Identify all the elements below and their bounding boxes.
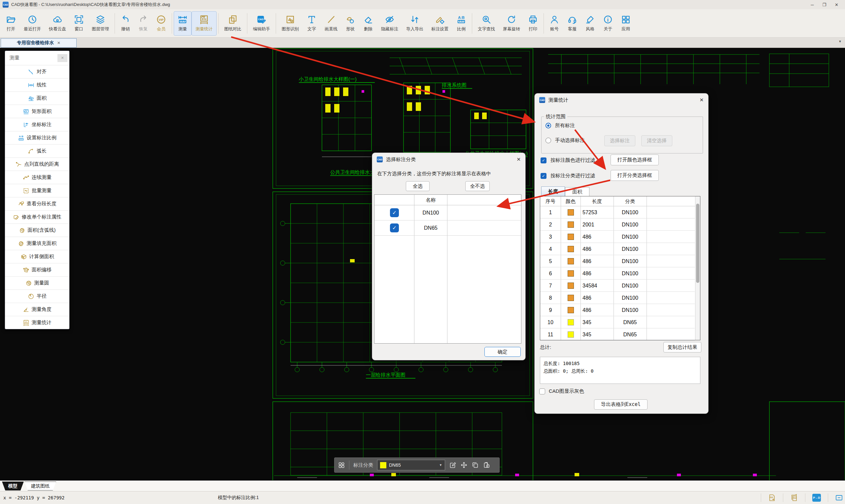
radio-selected-icon[interactable]: [546, 123, 551, 128]
scope-manual-option[interactable]: 手动选择标注: [546, 137, 585, 144]
table-row[interactable]: 3486DN100: [540, 231, 695, 243]
checkbox-unchecked-icon[interactable]: [539, 389, 545, 394]
table-row[interactable]: 10345DN65: [540, 316, 695, 328]
cad-gray-option[interactable]: CAD图显示灰色: [539, 388, 584, 394]
toolbar-button-delete[interactable]: 删除: [359, 11, 377, 36]
toolbar-button-window[interactable]: 窗口: [70, 11, 88, 36]
classification-row[interactable]: DN100: [374, 205, 521, 220]
move-icon[interactable]: [460, 462, 468, 469]
document-tab[interactable]: 专用宿舍楼给排水: [1, 38, 76, 48]
measure-tool-area[interactable]: 面积: [5, 91, 69, 105]
measure-tool-angle[interactable]: 测量角度: [5, 303, 69, 316]
filter-by-class-option[interactable]: 按标注分类进行过滤: [541, 173, 595, 179]
measure-tool-area-offset[interactable]: 面积偏移: [5, 263, 69, 276]
measure-tool-continuous[interactable]: 连续测量: [5, 170, 69, 184]
toolbar-button-print[interactable]: 打印: [524, 11, 542, 36]
table-row[interactable]: 734584DN100: [540, 280, 695, 292]
measure-tool-radius[interactable]: 半径: [5, 289, 69, 303]
measure-tool-area-arc[interactable]: 面积(含弧线): [5, 223, 69, 237]
pdf-to-dwg-button[interactable]: P→D: [812, 494, 821, 502]
radio-unselected-icon[interactable]: [546, 138, 551, 143]
toolbar-button-measure[interactable]: 测量: [174, 11, 192, 36]
toolbar-button-hide-annotations[interactable]: 隐藏标注: [377, 11, 402, 36]
classification-row[interactable]: DN65: [374, 220, 521, 236]
toolbar-button-open[interactable]: 打开: [2, 11, 20, 36]
toolbar-button-screen-rotate[interactable]: 屏幕旋转: [499, 11, 524, 36]
toolbar-button-undo[interactable]: 撤销: [117, 11, 135, 36]
category-grid-icon[interactable]: [338, 462, 345, 469]
classification-dropdown[interactable]: DN65: [377, 460, 445, 470]
measure-tool-point-to-line[interactable]: 点到直线的距离: [5, 158, 69, 170]
tab-length[interactable]: 长度: [541, 186, 565, 196]
toolbar-button-vip-member[interactable]: VIP 会员: [152, 11, 170, 36]
paste-icon[interactable]: [483, 462, 490, 469]
toolbar-button-redo[interactable]: 恢复: [135, 11, 152, 36]
row-checkbox-checked[interactable]: [390, 208, 399, 217]
select-none-button[interactable]: 全不选: [465, 181, 490, 191]
toolbar-button-drawing-compare[interactable]: 图纸对比: [220, 11, 245, 36]
tab-list-dropdown-icon[interactable]: [839, 40, 842, 43]
tab-architectural-drawing[interactable]: 建筑图纸: [24, 482, 56, 490]
measure-panel-close-icon[interactable]: [57, 54, 67, 62]
open-class-picker-button[interactable]: 打开分类选择框: [611, 170, 659, 181]
table-row[interactable]: 6486DN100: [540, 267, 695, 280]
scope-all-option[interactable]: 所有标注: [546, 123, 575, 129]
measure-tool-align[interactable]: 对齐: [5, 65, 69, 78]
batch-export-pdf-icon[interactable]: PDF: [790, 494, 798, 502]
toolbar-button-apps[interactable]: 应用: [617, 11, 635, 36]
toolbar-button-annotation-settings[interactable]: 标注设置: [427, 11, 452, 36]
toolbar-button-text[interactable]: 文字: [303, 11, 321, 36]
checkbox-checked-icon[interactable]: [541, 173, 546, 179]
maximize-button[interactable]: [822, 2, 826, 7]
toolbar-button-draw-line[interactable]: 画直线: [321, 11, 341, 36]
toolbar-button-shapes[interactable]: 形状: [341, 11, 359, 36]
measure-tool-rect-area[interactable]: 矩形面积: [5, 105, 69, 118]
table-row[interactable]: 157253DN100: [540, 206, 695, 218]
measure-tool-circle[interactable]: 测量圆: [5, 276, 69, 289]
table-row[interactable]: 4486DN100: [540, 243, 695, 255]
select-all-button[interactable]: 全选: [406, 181, 429, 191]
toolbar-button-support[interactable]: 客服: [563, 11, 581, 36]
tab-area[interactable]: 面积: [565, 187, 589, 196]
select-annotations-button[interactable]: 选择标注: [604, 135, 635, 146]
table-row[interactable]: 8486DN100: [540, 292, 695, 304]
measure-tool-linear[interactable]: 线性: [5, 78, 69, 91]
measure-tool-fill-area[interactable]: 测量填充面积: [5, 237, 69, 250]
copy-total-button[interactable]: 复制总计结果: [663, 342, 701, 353]
measure-tool-coordinate[interactable]: 坐标标注: [5, 118, 69, 131]
dialog-close-icon[interactable]: [699, 97, 704, 103]
toolbar-button-about[interactable]: 关于: [599, 11, 617, 36]
toolbar-button-measure-stats[interactable]: 测量统计: [192, 11, 217, 36]
table-row[interactable]: 5486DN100: [540, 255, 695, 267]
table-row[interactable]: 11345DN65: [540, 328, 695, 341]
measure-tool-set-scale[interactable]: A:B设置标注比例: [5, 131, 69, 144]
dialog-titlebar[interactable]: CAD 选择标注分类: [372, 153, 525, 166]
export-excel-button[interactable]: 导出表格到Excel: [594, 399, 648, 410]
measure-tool-arc-length[interactable]: 弧长: [5, 144, 69, 158]
scrollbar-thumb[interactable]: [696, 204, 699, 283]
filter-by-color-option[interactable]: 按标注颜色进行过滤: [541, 157, 595, 163]
close-button[interactable]: [835, 2, 839, 7]
measure-tool-segment-length[interactable]: 查看分段长度: [5, 197, 69, 210]
toolbar-button-recent-open[interactable]: 最近打开: [20, 11, 45, 36]
checkbox-checked-icon[interactable]: [541, 158, 546, 163]
toolbar-button-shape-recognition[interactable]: 图形识别: [278, 11, 303, 36]
toolbar-button-cloud-drive[interactable]: 快看云盘: [45, 11, 70, 36]
measure-tool-statistics[interactable]: 测量统计: [5, 316, 69, 329]
dialog-close-icon[interactable]: [516, 157, 521, 162]
table-row[interactable]: 22001DN100: [540, 218, 695, 231]
toolbar-button-edit-assistant[interactable]: CAD 编辑助手: [249, 11, 274, 36]
toolbar-button-layer-manager[interactable]: 图层管理: [88, 11, 113, 36]
toolbar-button-account[interactable]: 账号: [546, 11, 563, 36]
toolbar-button-import-export[interactable]: 导入导出: [402, 11, 427, 36]
measure-tool-edit-annotation[interactable]: 修改单个标注属性: [5, 210, 69, 223]
measure-tool-side-area[interactable]: 计算侧面积: [5, 250, 69, 263]
copy-icon[interactable]: [472, 462, 479, 469]
toolbar-button-scale[interactable]: A:B 比例: [452, 11, 470, 36]
ok-button[interactable]: 确定: [485, 347, 521, 357]
open-color-picker-button[interactable]: 打开颜色选择框: [611, 155, 659, 165]
toolbar-button-style[interactable]: 风格: [581, 11, 599, 36]
export-pdf-icon[interactable]: PDF: [768, 494, 776, 502]
row-checkbox-checked[interactable]: [390, 223, 399, 232]
edit-annotation-icon[interactable]: [449, 462, 456, 469]
